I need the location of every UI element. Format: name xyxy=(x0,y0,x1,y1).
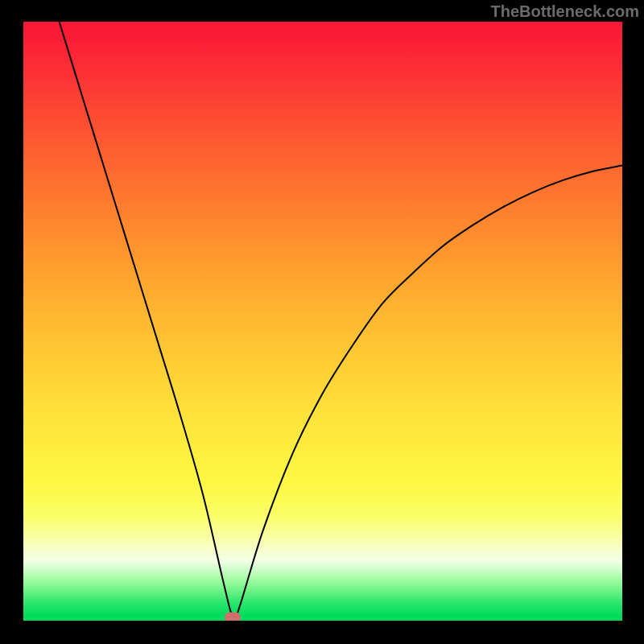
plot-area xyxy=(23,22,622,621)
bottleneck-curve xyxy=(23,22,622,621)
minimum-marker xyxy=(225,613,241,621)
watermark-text: TheBottleneck.com xyxy=(491,2,639,21)
chart-frame: TheBottleneck.com xyxy=(0,0,644,644)
